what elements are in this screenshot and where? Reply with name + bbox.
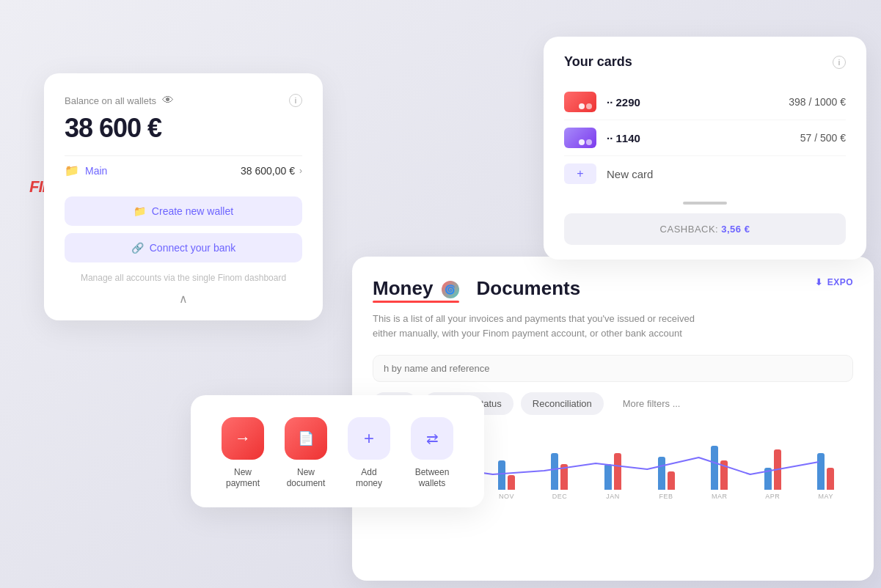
bar-dec-red bbox=[560, 464, 568, 490]
wallet-info-icon[interactable]: i bbox=[289, 94, 302, 107]
action-add-money[interactable]: + Addmoney bbox=[348, 417, 390, 490]
wallet-main-row[interactable]: 📁 Main 38 600,00 € › bbox=[65, 155, 302, 185]
chevron-up-icon[interactable]: ∧ bbox=[65, 292, 302, 306]
card-visual-red bbox=[564, 92, 596, 112]
new-card-row[interactable]: + New card bbox=[564, 156, 846, 191]
card-row-1140[interactable]: ·· 1140 57 / 500 € bbox=[564, 120, 846, 156]
new-payment-button[interactable]: → bbox=[222, 417, 264, 460]
label-may: MAY bbox=[819, 493, 833, 500]
bar-feb-blue bbox=[658, 457, 665, 490]
new-card-plus-icon: + bbox=[564, 163, 596, 184]
label-mar: MAR bbox=[712, 493, 728, 500]
link-icon: 🔗 bbox=[131, 242, 144, 254]
between-wallets-button[interactable]: ⇄ bbox=[411, 417, 453, 460]
wallet-subtitle: Manage all accounts via the single Finom… bbox=[65, 273, 302, 283]
cards-panel: Your cards i ·· 2290 398 / 1000 € ·· 114… bbox=[544, 37, 866, 260]
action-between-wallets[interactable]: ⇄ Betweenwallets bbox=[411, 417, 453, 490]
plus-icon: + bbox=[364, 428, 374, 449]
bar-mar-blue bbox=[711, 446, 718, 490]
chart-month-may: MAY bbox=[802, 453, 851, 500]
chevron-right-icon: › bbox=[299, 166, 302, 176]
bar-feb-red bbox=[668, 471, 675, 490]
card-number-1140: ·· 1140 bbox=[607, 132, 640, 144]
between-wallets-label: Betweenwallets bbox=[415, 467, 450, 490]
main-wallet-label: Main bbox=[85, 165, 107, 177]
new-card-label: New card bbox=[607, 168, 653, 180]
filter-reconciliation[interactable]: Reconciliation bbox=[521, 392, 604, 415]
search-input[interactable] bbox=[373, 355, 853, 382]
label-apr: APR bbox=[765, 493, 780, 500]
card-limit-1140: 57 / 500 € bbox=[800, 132, 846, 144]
label-dec: DEC bbox=[552, 493, 568, 500]
bar-jan-blue bbox=[604, 464, 612, 490]
wallet-balance: 38 600 € bbox=[65, 113, 302, 144]
label-jan: JAN bbox=[606, 493, 620, 500]
bar-may-blue bbox=[817, 453, 825, 490]
cards-title: Your cards bbox=[564, 54, 632, 70]
add-money-button[interactable]: + bbox=[348, 417, 390, 460]
tab-documents[interactable]: Documents bbox=[477, 277, 581, 300]
chart-month-feb: FEB bbox=[642, 457, 691, 500]
new-document-button[interactable]: 📄 bbox=[285, 417, 327, 460]
filter-more[interactable]: More filters ... bbox=[611, 392, 692, 415]
bar-nov-red bbox=[508, 475, 515, 490]
transfer-icon: ⇄ bbox=[426, 430, 439, 447]
bar-apr-red bbox=[774, 449, 781, 490]
document-icon: 📄 bbox=[298, 430, 314, 446]
create-wallet-icon: 📁 bbox=[134, 205, 146, 217]
cashback-label: CASHBACK: bbox=[660, 224, 719, 235]
cashback-amount: 3,56 € bbox=[721, 224, 750, 235]
bar-dec-blue bbox=[551, 453, 558, 490]
new-document-label: Newdocument bbox=[287, 467, 326, 490]
money-tab-icon: 🌀 bbox=[442, 281, 459, 298]
card-number-2290: ·· 2290 bbox=[607, 96, 640, 109]
add-money-label: Addmoney bbox=[356, 467, 382, 490]
create-wallet-button[interactable]: 📁 Create new wallet bbox=[65, 196, 302, 226]
chart-month-dec: DEC bbox=[535, 453, 585, 500]
chart-month-nov: NOV bbox=[482, 460, 531, 500]
chart-month-jan: JAN bbox=[588, 453, 637, 500]
bar-nov-blue bbox=[498, 460, 505, 490]
eye-icon[interactable]: 👁 bbox=[162, 94, 174, 107]
actions-panel: → Newpayment 📄 Newdocument + Addmoney ⇄ … bbox=[191, 395, 484, 507]
card-visual-purple bbox=[564, 128, 596, 148]
arrow-right-icon: → bbox=[235, 429, 251, 448]
wallet-card: Balance on all wallets 👁 i 38 600 € 📁 Ma… bbox=[44, 73, 323, 320]
export-button[interactable]: ⬇ EXPO bbox=[815, 277, 853, 287]
label-nov: NOV bbox=[499, 493, 514, 500]
docs-description: This is a list of all your invoices and … bbox=[373, 312, 710, 340]
search-row bbox=[373, 355, 853, 382]
bar-jan-red bbox=[614, 453, 621, 490]
main-wallet-amount: 38 600,00 € bbox=[241, 165, 295, 177]
action-new-payment[interactable]: → Newpayment bbox=[222, 417, 264, 490]
tab-money[interactable]: Money 🌀 bbox=[373, 277, 459, 300]
folder-icon: 📁 bbox=[65, 163, 79, 177]
bar-mar-red bbox=[720, 460, 728, 490]
chart-month-mar: MAR bbox=[695, 446, 744, 500]
card-row-2290[interactable]: ·· 2290 398 / 1000 € bbox=[564, 84, 846, 120]
connect-bank-button[interactable]: 🔗 Connect your bank bbox=[65, 233, 302, 262]
wallet-title: Balance on all wallets bbox=[65, 95, 156, 106]
bar-may-red bbox=[827, 468, 834, 490]
docs-tabs: Money 🌀 Documents bbox=[373, 277, 853, 300]
cashback-bar: CASHBACK: 3,56 € bbox=[564, 213, 846, 245]
card-limit-2290: 398 / 1000 € bbox=[789, 96, 846, 108]
chart-month-apr: APR bbox=[748, 449, 797, 500]
label-feb: FEB bbox=[659, 493, 673, 500]
bar-apr-blue bbox=[764, 468, 772, 490]
action-new-document[interactable]: 📄 Newdocument bbox=[285, 417, 327, 490]
scroll-indicator bbox=[683, 202, 727, 205]
new-payment-label: Newpayment bbox=[226, 467, 260, 490]
cards-info-icon[interactable]: i bbox=[833, 56, 846, 69]
download-icon: ⬇ bbox=[815, 277, 823, 287]
